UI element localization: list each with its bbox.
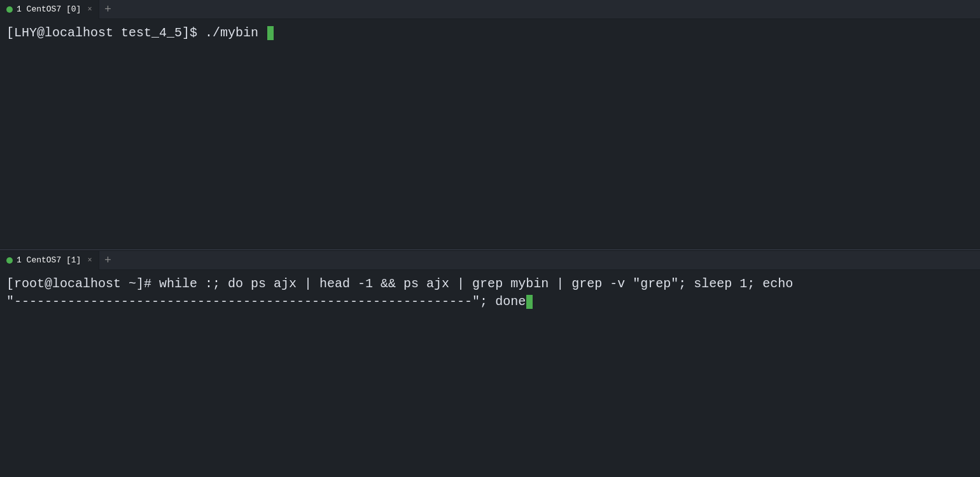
tab-top-label: 1 CentOS7 [0] bbox=[17, 4, 81, 14]
tab-status-dot bbox=[6, 6, 13, 13]
command-line-bottom-2: "---------------------------------------… bbox=[6, 293, 974, 311]
tab-top-active[interactable]: 1 CentOS7 [0] × bbox=[0, 0, 99, 19]
terminal-prompt-top: [LHY@localhost test_4_5]$ ./mybin bbox=[6, 24, 266, 42]
tab-bottom-label: 1 CentOS7 [1] bbox=[17, 255, 81, 265]
tab-bar-bottom: 1 CentOS7 [1] × + bbox=[0, 251, 980, 270]
terminal-command-line1: [root@localhost ~]# while :; do ps ajx |… bbox=[6, 275, 793, 293]
cursor-top bbox=[267, 26, 274, 40]
tab-bottom-active[interactable]: 1 CentOS7 [1] × bbox=[0, 251, 99, 270]
tab-top-add-button[interactable]: + bbox=[99, 0, 117, 19]
terminal-content-bottom[interactable]: [root@localhost ~]# while :; do ps ajx |… bbox=[0, 270, 980, 477]
tab-bottom-add-button[interactable]: + bbox=[99, 251, 117, 270]
tab-bottom-status-dot bbox=[6, 257, 13, 264]
prompt-line-top: [LHY@localhost test_4_5]$ ./mybin bbox=[6, 24, 974, 42]
terminal-pane-bottom: 1 CentOS7 [1] × + [root@localhost ~]# wh… bbox=[0, 251, 980, 477]
tab-bar-top: 1 CentOS7 [0] × + bbox=[0, 0, 980, 19]
terminal-content-top[interactable]: [LHY@localhost test_4_5]$ ./mybin bbox=[0, 19, 980, 248]
command-line-bottom-1: [root@localhost ~]# while :; do ps ajx |… bbox=[6, 275, 974, 293]
terminal-pane-top: 1 CentOS7 [0] × + [LHY@localhost test_4_… bbox=[0, 0, 980, 248]
cursor-bottom bbox=[526, 295, 533, 309]
terminal-command-line2: "---------------------------------------… bbox=[6, 293, 526, 311]
tab-top-close[interactable]: × bbox=[87, 6, 92, 13]
tab-bottom-close[interactable]: × bbox=[87, 257, 92, 264]
